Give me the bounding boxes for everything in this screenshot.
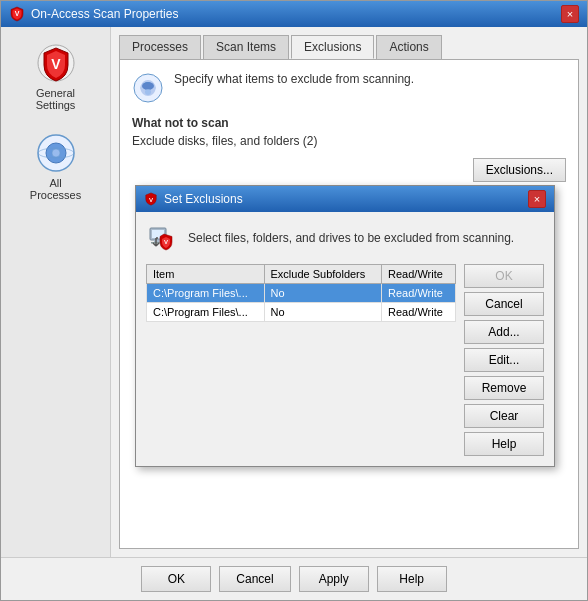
title-bar: V On-Access Scan Properties × [1, 1, 587, 27]
modal-list-section: Item Exclude Subfolders Read/Write C:\Pr… [146, 264, 456, 456]
sidebar-item-all-processes[interactable]: AllProcesses [11, 127, 101, 207]
modal-close-button[interactable]: × [528, 190, 546, 208]
modal-shield-icon: V [144, 192, 158, 206]
sidebar: V GeneralSettings AllProcesses [1, 27, 111, 557]
modal-files-icon: V [146, 222, 178, 254]
modal-body: V Select files, folders, and drives to b… [136, 212, 554, 466]
help-button[interactable]: Help [377, 566, 447, 592]
modal-add-button[interactable]: Add... [464, 320, 544, 344]
set-exclusions-modal: V Set Exclusions × V Select files [135, 185, 555, 467]
info-text: Specify what items to exclude from scann… [174, 72, 414, 86]
modal-title-bar: V Set Exclusions × [136, 186, 554, 212]
exclusions-info-icon [132, 72, 164, 104]
info-section: Specify what items to exclude from scann… [132, 72, 566, 104]
svg-point-9 [145, 89, 151, 95]
tab-exclusions[interactable]: Exclusions [291, 35, 374, 59]
row2-readwrite: Read/Write [382, 303, 456, 322]
modal-title-text: Set Exclusions [164, 192, 243, 206]
col-exclude-subfolders: Exclude Subfolders [264, 265, 382, 284]
modal-info-text: Select files, folders, and drives to be … [188, 231, 514, 245]
general-settings-label: GeneralSettings [36, 87, 76, 111]
svg-point-5 [52, 149, 60, 157]
col-read-write: Read/Write [382, 265, 456, 284]
row1-readwrite: Read/Write [382, 284, 456, 303]
table-row[interactable]: C:\Program Files\... No Read/Write [147, 284, 456, 303]
modal-ok-button[interactable]: OK [464, 264, 544, 288]
exclusions-table: Item Exclude Subfolders Read/Write C:\Pr… [146, 264, 456, 322]
tab-actions[interactable]: Actions [376, 35, 441, 59]
tab-scan-items[interactable]: Scan Items [203, 35, 289, 59]
modal-info: V Select files, folders, and drives to b… [146, 222, 544, 254]
svg-text:V: V [51, 56, 61, 72]
modal-edit-button[interactable]: Edit... [464, 348, 544, 372]
modal-title-left: V Set Exclusions [144, 192, 243, 206]
tab-processes[interactable]: Processes [119, 35, 201, 59]
what-not-scan-label: What not to scan [132, 116, 566, 130]
exclusions-button[interactable]: Exclusions... [473, 158, 566, 182]
svg-text:V: V [164, 239, 168, 245]
ok-button[interactable]: OK [141, 566, 211, 592]
general-settings-icon: V [36, 43, 76, 83]
cancel-button[interactable]: Cancel [219, 566, 290, 592]
exclude-text: Exclude disks, files, and folders (2) [132, 134, 566, 148]
all-processes-label: AllProcesses [30, 177, 81, 201]
title-text: On-Access Scan Properties [31, 7, 178, 21]
modal-buttons: OK Cancel Add... Edit... Remove Clear He… [464, 264, 544, 456]
row1-item: C:\Program Files\... [147, 284, 265, 303]
shield-icon: V [9, 6, 25, 22]
svg-point-8 [142, 82, 154, 90]
close-button[interactable]: × [561, 5, 579, 23]
bottom-buttons: OK Cancel Apply Help [1, 557, 587, 600]
col-item: Item [147, 265, 265, 284]
modal-remove-button[interactable]: Remove [464, 376, 544, 400]
modal-cancel-button[interactable]: Cancel [464, 292, 544, 316]
row2-item: C:\Program Files\... [147, 303, 265, 322]
svg-text:V: V [15, 10, 20, 17]
tabs: Processes Scan Items Exclusions Actions [119, 35, 579, 59]
modal-help-button[interactable]: Help [464, 432, 544, 456]
apply-button[interactable]: Apply [299, 566, 369, 592]
modal-content: Item Exclude Subfolders Read/Write C:\Pr… [146, 264, 544, 456]
row1-exclude: No [264, 284, 382, 303]
table-row[interactable]: C:\Program Files\... No Read/Write [147, 303, 456, 322]
all-processes-icon [36, 133, 76, 173]
row2-exclude: No [264, 303, 382, 322]
sidebar-item-general-settings[interactable]: V GeneralSettings [11, 37, 101, 117]
modal-clear-button[interactable]: Clear [464, 404, 544, 428]
exclusions-btn-row: Exclusions... [132, 158, 566, 182]
title-bar-left: V On-Access Scan Properties [9, 6, 178, 22]
